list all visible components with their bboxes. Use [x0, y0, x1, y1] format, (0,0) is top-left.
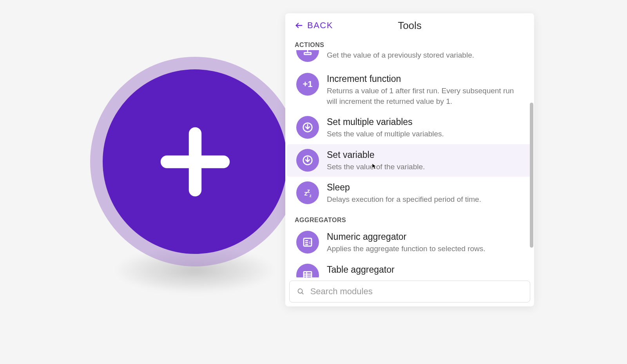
item-title: Set multiple variables — [327, 117, 444, 127]
action-item-set-multi[interactable]: Set multiple variables Sets the value of… — [287, 111, 533, 144]
down-tray-icon — [296, 149, 319, 172]
panel-footer — [285, 277, 534, 306]
zzz-icon: zzz — [296, 181, 319, 204]
scrollbar-thumb[interactable] — [530, 103, 533, 248]
plus-icon — [160, 127, 230, 197]
svg-point-18 — [298, 289, 302, 293]
add-module-node[interactable] — [90, 57, 300, 266]
search-input[interactable] — [310, 286, 523, 297]
section-heading-aggregators: AGGREGATORS — [285, 210, 534, 226]
list-num-icon: 12 — [296, 231, 319, 254]
scroll-inner: Get variable Get the value of a previous… — [285, 50, 534, 277]
action-item-get-variable[interactable]: Get variable Get the value of a previous… — [287, 50, 533, 68]
panel-title: Tools — [398, 20, 422, 32]
action-item-increment[interactable]: +1 Increment function Returns a value of… — [287, 68, 533, 111]
aggregator-item-table[interactable]: Table aggregator — [287, 259, 533, 277]
item-title: Table aggregator — [327, 264, 395, 275]
panel-body: ACTIONS Get variable Get the value of a … — [285, 36, 534, 277]
item-desc: Get the value of a previously stored var… — [327, 50, 474, 61]
item-desc: Sets the value of multiple variables. — [327, 129, 444, 139]
item-desc: Sets the value of the variable. — [327, 162, 425, 172]
back-button[interactable]: BACK — [295, 20, 333, 31]
up-tray-icon — [296, 50, 319, 62]
item-desc: Delays execution for a specified period … — [327, 194, 481, 205]
search-box[interactable] — [289, 281, 530, 302]
table-icon — [296, 264, 319, 277]
back-label: BACK — [307, 20, 333, 31]
item-desc: Returns a value of 1 after first run. Ev… — [327, 86, 523, 107]
arrow-left-icon — [295, 21, 303, 30]
item-title: Set variable — [327, 150, 425, 160]
search-icon — [297, 287, 305, 296]
aggregator-item-numeric[interactable]: 12 Numeric aggregator Applies the aggreg… — [287, 226, 533, 259]
svg-text:12: 12 — [309, 241, 313, 244]
item-title: Sleep — [327, 182, 481, 193]
module-picker-panel: BACK Tools ACTIONS Get variable Get the … — [285, 13, 534, 306]
action-item-set-variable[interactable]: Set variable Sets the value of the varia… — [287, 144, 533, 177]
item-title: Increment function — [327, 74, 523, 84]
action-item-sleep[interactable]: zzz Sleep Delays execution for a specifi… — [287, 177, 533, 210]
item-desc: Applies the aggregate function to select… — [327, 244, 486, 254]
svg-rect-4 — [304, 53, 311, 54]
item-title: Numeric aggregator — [327, 232, 486, 242]
down-tray-icon — [296, 116, 319, 139]
plus-one-icon: +1 — [296, 73, 319, 96]
module-scroll-area[interactable]: Get variable Get the value of a previous… — [285, 36, 534, 277]
section-heading-pinned: ACTIONS — [285, 36, 534, 50]
svg-line-19 — [302, 293, 303, 294]
panel-header: BACK Tools — [285, 13, 534, 36]
